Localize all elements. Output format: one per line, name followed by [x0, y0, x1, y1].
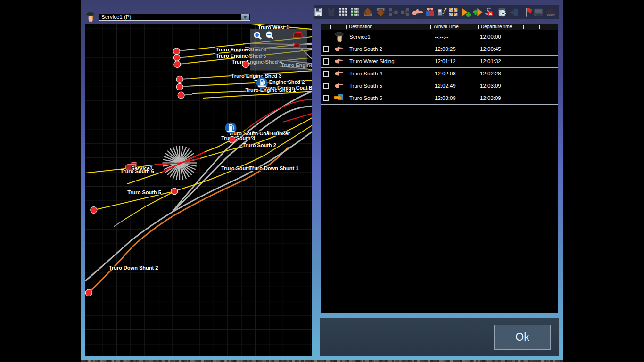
- svg-text:Truro South 6: Truro South 6: [120, 168, 154, 174]
- svg-text:Truro Down Shunt 2: Truro Down Shunt 2: [109, 265, 158, 271]
- svg-text:Truro South 2: Truro South 2: [242, 142, 276, 148]
- svg-text:Truro South 5: Truro South 5: [127, 189, 161, 195]
- svg-text:Truro Engine Shed: Truro Engine Shed: [281, 62, 312, 68]
- svg-text:Truro Down Shunt 1: Truro Down Shunt 1: [249, 165, 299, 171]
- svg-text:Truro Engine Shed 1: Truro Engine Shed 1: [246, 87, 296, 93]
- svg-text:Truro Engine Shed 3: Truro Engine Shed 3: [231, 73, 282, 79]
- svg-text:Truro South 4: Truro South 4: [221, 135, 255, 141]
